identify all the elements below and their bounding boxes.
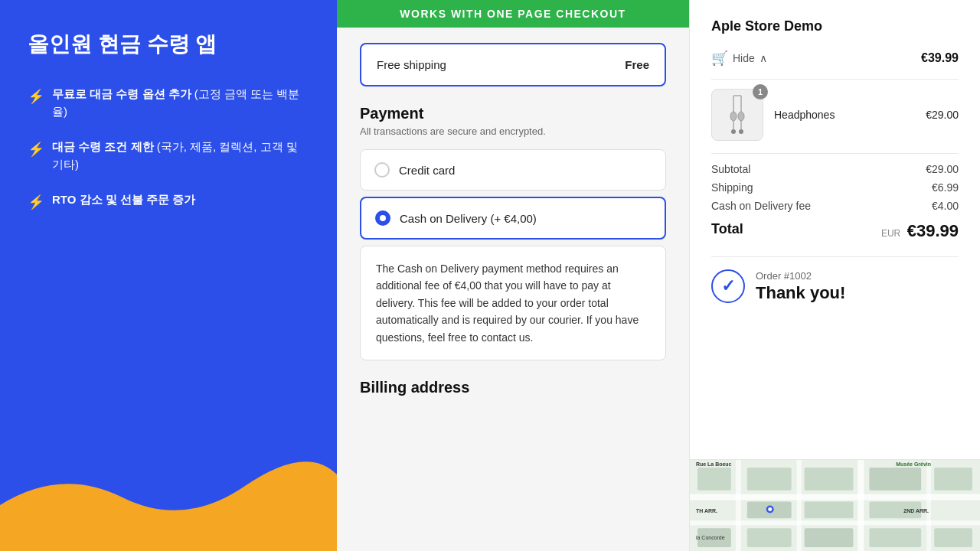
cart-icon: 🛒 xyxy=(711,50,728,67)
svg-rect-28 xyxy=(934,528,972,547)
feature-text-3: RTO 감소 및 선불 주문 증가 xyxy=(52,191,195,209)
feature-item-1: ⚡ 무료로 대금 수령 옵션 추가 (고정 금액 또는 백분율) xyxy=(28,86,309,120)
earphones-image xyxy=(718,92,756,138)
cart-hide-label: Hide xyxy=(733,52,755,64)
cart-total-top: €39.99 xyxy=(921,51,959,65)
shipping-option-box[interactable]: Free shipping Free xyxy=(360,43,666,86)
cart-hide-button[interactable]: 🛒 Hide ∧ xyxy=(711,50,767,67)
bolt-icon-2: ⚡ xyxy=(28,139,44,160)
checkout-banner: WORKS WITH ONE PAGE CHECKOUT xyxy=(337,0,689,28)
svg-point-7 xyxy=(731,129,736,134)
total-label: Total xyxy=(711,221,743,241)
product-quantity-badge: 1 xyxy=(753,84,768,99)
cart-header: 🛒 Hide ∧ €39.99 xyxy=(711,50,959,67)
order-number: Order #1002 xyxy=(756,270,845,282)
right-content: Aple Store Demo 🛒 Hide ∧ €39.99 xyxy=(690,0,980,459)
middle-content: Free shipping Free Payment All transacti… xyxy=(337,28,689,551)
shipping-price: Free xyxy=(625,58,649,71)
bolt-icon-3: ⚡ xyxy=(28,192,44,213)
svg-rect-11 xyxy=(690,520,980,525)
cod-label: Cash on Delivery (+ €4,00) xyxy=(400,212,537,225)
radio-cod xyxy=(375,210,390,226)
svg-rect-27 xyxy=(869,528,921,547)
product-image-wrap: 1 xyxy=(711,89,763,141)
map-placeholder: Rue La Boeuc TH ARR. la Concorde Musée G… xyxy=(690,460,980,551)
cod-fee-label: Cash on Delivery fee xyxy=(711,200,811,212)
thankyou-section: ✓ Order #1002 Thank you! xyxy=(711,256,959,303)
svg-point-35 xyxy=(768,507,772,511)
payment-subtitle: All transactions are secure and encrypte… xyxy=(360,126,666,137)
shipping-cost-label: Shipping xyxy=(711,181,753,194)
svg-rect-12 xyxy=(736,460,741,551)
feature-item-2: ⚡ 대금 수령 조건 제한 (국가, 제품, 컬렉션, 고객 및 기타) xyxy=(28,139,309,173)
divider-1 xyxy=(711,79,959,80)
checkmark-icon: ✓ xyxy=(721,276,735,296)
svg-point-4 xyxy=(738,112,744,121)
svg-rect-14 xyxy=(858,460,864,551)
product-info: Headphones xyxy=(774,109,915,121)
svg-point-8 xyxy=(739,129,743,134)
shipping-cost-value: €6.99 xyxy=(932,181,959,194)
svg-rect-25 xyxy=(747,528,792,547)
product-row: 1 Headphones €29.00 xyxy=(711,89,959,141)
subtotal-label: Subtotal xyxy=(711,163,750,175)
subtotal-row: Subtotal €29.00 xyxy=(711,163,959,175)
feature-text-1: 무료로 대금 수령 옵션 추가 (고정 금액 또는 백분율) xyxy=(52,86,309,120)
svg-rect-13 xyxy=(797,460,802,551)
svg-rect-26 xyxy=(805,528,854,547)
svg-text:2ND ARR.: 2ND ARR. xyxy=(903,508,929,514)
bolt-icon-1: ⚡ xyxy=(28,86,44,107)
svg-rect-10 xyxy=(690,494,980,500)
subtotal-value: €29.00 xyxy=(926,163,959,175)
right-panel: Aple Store Demo 🛒 Hide ∧ €39.99 xyxy=(689,0,980,551)
check-circle: ✓ xyxy=(711,269,745,303)
total-value-wrap: EUR €39.99 xyxy=(881,221,959,241)
billing-title: Billing address xyxy=(360,379,666,396)
svg-rect-15 xyxy=(926,460,931,551)
shipping-row: Shipping €6.99 xyxy=(711,181,959,194)
payment-option-cod[interactable]: Cash on Delivery (+ €4,00) xyxy=(360,197,666,240)
total-currency: EUR xyxy=(881,228,900,239)
svg-rect-20 xyxy=(805,502,854,519)
svg-text:TH ARR.: TH ARR. xyxy=(696,508,717,514)
feature-item-3: ⚡ RTO 감소 및 선불 주문 증가 xyxy=(28,191,309,213)
svg-rect-19 xyxy=(805,468,854,491)
divider-2 xyxy=(711,153,959,154)
middle-panel: WORKS WITH ONE PAGE CHECKOUT Free shippi… xyxy=(337,0,689,551)
svg-rect-21 xyxy=(869,468,921,491)
cod-fee-row: Cash on Delivery fee €4.00 xyxy=(711,200,959,212)
map-svg: Rue La Boeuc TH ARR. la Concorde Musée G… xyxy=(690,460,980,551)
total-value: €39.99 xyxy=(907,221,959,240)
svg-text:Rue La Boeuc: Rue La Boeuc xyxy=(696,461,732,467)
svg-text:Musée Grévin: Musée Grévin xyxy=(896,461,931,467)
cod-info-box: The Cash on Delivery payment method requ… xyxy=(360,246,666,360)
chevron-up-icon: ∧ xyxy=(760,52,767,64)
store-name: Aple Store Demo xyxy=(711,18,959,34)
payment-section: Payment All transactions are secure and … xyxy=(360,105,666,360)
svg-rect-23 xyxy=(934,468,972,491)
svg-rect-16 xyxy=(697,468,731,491)
payment-title: Payment xyxy=(360,105,666,122)
feature-text-2: 대금 수령 조건 제한 (국가, 제품, 컬렉션, 고객 및 기타) xyxy=(52,139,309,173)
billing-section: Billing address xyxy=(360,379,666,396)
decorative-wave xyxy=(0,444,337,551)
svg-text:la Concorde: la Concorde xyxy=(696,535,725,540)
app-title: 올인원 현금 수령 앱 xyxy=(28,31,309,58)
cod-fee-value: €4.00 xyxy=(932,200,959,212)
total-row: Total EUR €39.99 xyxy=(711,221,959,241)
credit-card-label: Credit card xyxy=(399,164,455,177)
svg-point-3 xyxy=(730,112,737,121)
thankyou-row: ✓ Order #1002 Thank you! xyxy=(711,269,959,303)
radio-credit-card xyxy=(374,162,390,178)
thankyou-text: Thank you! xyxy=(756,283,845,303)
payment-option-credit-card[interactable]: Credit card xyxy=(360,149,666,191)
product-price: €29.00 xyxy=(926,109,959,121)
feature-list: ⚡ 무료로 대금 수령 옵션 추가 (고정 금액 또는 백분율) ⚡ 대금 수령… xyxy=(28,86,309,213)
shipping-label: Free shipping xyxy=(377,58,446,71)
product-name: Headphones xyxy=(774,109,915,121)
left-panel: 올인원 현금 수령 앱 ⚡ 무료로 대금 수령 옵션 추가 (고정 금액 또는 … xyxy=(0,0,337,551)
map-section: Rue La Boeuc TH ARR. la Concorde Musée G… xyxy=(690,459,980,551)
thankyou-info: Order #1002 Thank you! xyxy=(756,270,845,303)
cod-info-text: The Cash on Delivery payment method requ… xyxy=(376,260,650,346)
svg-rect-17 xyxy=(747,468,792,491)
